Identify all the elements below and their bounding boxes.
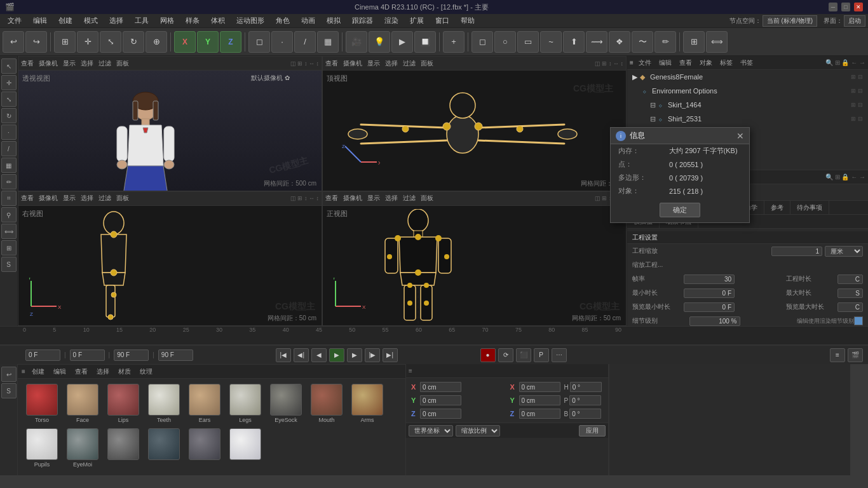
coord-z-input[interactable] bbox=[420, 409, 461, 419]
coord-b-input[interactable] bbox=[569, 409, 601, 419]
viewport-right[interactable]: 查看 摄像机 显示 选择 过滤 面板 ◫ ⊞ ↕ ↔ ↕ CG模型主 右视图 bbox=[18, 191, 322, 327]
lt-points[interactable]: · bbox=[1, 125, 17, 140]
preview-btn[interactable]: ⬛ bbox=[516, 348, 531, 362]
menu-help[interactable]: 帮助 bbox=[456, 15, 480, 27]
viewport-top[interactable]: 查看 摄像机 显示 选择 过滤 面板 ◫ ⊞ ↕ ↔ ↕ CG模型主 顶视图 bbox=[322, 56, 627, 191]
axis-y-button[interactable]: Y bbox=[197, 31, 219, 53]
vp1-menu-display[interactable]: 显示 bbox=[63, 59, 76, 68]
menu-spline[interactable]: 样条 bbox=[180, 15, 205, 27]
menu-mesh[interactable]: 网格 bbox=[155, 15, 179, 27]
end-frame-input[interactable] bbox=[114, 349, 149, 361]
cube-button[interactable]: ◻ bbox=[471, 31, 493, 53]
scene-edit-btn[interactable]: 编辑 bbox=[656, 58, 674, 67]
prev-key-btn[interactable]: ◀| bbox=[294, 348, 309, 362]
proj-scale-unit[interactable]: 厘米 bbox=[825, 246, 863, 257]
prev-max-input[interactable] bbox=[837, 302, 863, 312]
min-len-input[interactable] bbox=[684, 288, 735, 298]
menu-tracker[interactable]: 跟踪器 bbox=[347, 15, 378, 27]
record-btn[interactable]: ● bbox=[480, 348, 496, 362]
scene-tag-btn[interactable]: 标签 bbox=[717, 58, 735, 67]
menu-animate[interactable]: 动画 bbox=[296, 15, 320, 27]
vp3-menu-select[interactable]: 选择 bbox=[81, 194, 93, 203]
poly-mode-button[interactable]: ▦ bbox=[317, 31, 339, 53]
symmetry-button[interactable]: ⟺ bbox=[706, 31, 728, 53]
keyframe-btn[interactable]: 🎬 bbox=[848, 348, 863, 362]
transform-button[interactable]: ⊕ bbox=[146, 31, 167, 53]
coord-h-input[interactable] bbox=[570, 382, 602, 392]
coord-y-input[interactable] bbox=[420, 395, 461, 405]
viewport-front[interactable]: 查看 摄像机 显示 选择 过滤 面板 ◫ ⊞ ↕ ↔ ↕ CG模型主 正视图 bbox=[322, 191, 627, 327]
menu-extend[interactable]: 扩展 bbox=[405, 15, 429, 27]
step-back-btn[interactable]: ◀ bbox=[311, 348, 327, 362]
lod-checkbox[interactable] bbox=[854, 316, 863, 325]
mat-mat-btn[interactable]: 材质 bbox=[116, 367, 133, 376]
point-mode-button[interactable]: · bbox=[271, 31, 293, 53]
extrude-button[interactable]: ⬆ bbox=[563, 31, 585, 53]
coord-x-input[interactable] bbox=[420, 382, 461, 392]
hair-button[interactable]: 〜 bbox=[632, 31, 653, 53]
snap-button[interactable]: ⊞ bbox=[683, 31, 705, 53]
vp4-menu-select[interactable]: 选择 bbox=[385, 194, 398, 203]
mat-item-14[interactable] bbox=[226, 428, 264, 470]
lb-btn2[interactable]: S bbox=[1, 383, 17, 398]
vp2-menu-display[interactable]: 显示 bbox=[367, 59, 380, 68]
menu-simulate[interactable]: 模拟 bbox=[322, 15, 346, 27]
undo-button[interactable]: ↩ bbox=[3, 31, 24, 53]
interface-dropdown[interactable]: 启动 bbox=[844, 15, 865, 27]
proj-scale-input[interactable] bbox=[771, 247, 822, 256]
fps-input[interactable] bbox=[684, 274, 735, 284]
axis-x-button[interactable]: X bbox=[174, 31, 196, 53]
menu-create[interactable]: 创建 bbox=[53, 15, 78, 27]
menu-edit[interactable]: 编辑 bbox=[28, 15, 52, 27]
coord-x2-input[interactable] bbox=[519, 382, 560, 392]
node-space-dropdown[interactable]: 当前 (标准/物理) bbox=[763, 15, 817, 27]
coord-p-input[interactable] bbox=[569, 395, 601, 405]
vp4-menu-view[interactable]: 查看 bbox=[325, 194, 338, 203]
mat-tex-btn[interactable]: 纹理 bbox=[137, 367, 155, 376]
edge-mode-button[interactable]: / bbox=[294, 31, 316, 53]
render-preview-button[interactable]: ▶ bbox=[391, 31, 413, 53]
maximize-button[interactable]: □ bbox=[841, 3, 850, 11]
mat-view-btn[interactable]: 查看 bbox=[72, 367, 90, 376]
mat-item-Pupils[interactable]: Pupils bbox=[23, 428, 61, 470]
lt-brush[interactable]: ✏ bbox=[1, 174, 17, 189]
plane-button[interactable]: ▭ bbox=[517, 31, 539, 53]
play-btn[interactable]: ▶ bbox=[329, 348, 344, 362]
menu-tools[interactable]: 工具 bbox=[130, 15, 154, 27]
spline-button[interactable]: ~ bbox=[540, 31, 562, 53]
menu-volume[interactable]: 体积 bbox=[206, 15, 230, 27]
render-button[interactable]: 🔲 bbox=[414, 31, 436, 53]
mat-item-Arms[interactable]: Arms bbox=[348, 384, 386, 426]
menu-file[interactable]: 文件 bbox=[3, 15, 27, 27]
redo-button[interactable]: ↪ bbox=[25, 31, 47, 53]
coord-y2-input[interactable] bbox=[519, 395, 560, 405]
mat-item-Teeth[interactable]: Teeth bbox=[145, 384, 183, 426]
layers-btn[interactable]: ≡ bbox=[830, 348, 845, 362]
mat-item-Mouth[interactable]: Mouth bbox=[308, 384, 346, 426]
coord-z2-input[interactable] bbox=[519, 409, 560, 419]
vp2-menu-panel[interactable]: 面板 bbox=[421, 59, 433, 68]
mat-item-12[interactable] bbox=[145, 428, 183, 470]
add-button[interactable]: + bbox=[443, 31, 465, 53]
axis-z-button[interactable]: Z bbox=[220, 31, 241, 53]
vp2-menu-view[interactable]: 查看 bbox=[325, 59, 338, 68]
scene-item-shirt[interactable]: ⊟ ⬦ Shirt_2531 ⊞ ⊟ bbox=[627, 112, 868, 126]
rotate-button[interactable]: ↻ bbox=[123, 31, 144, 53]
deform-button[interactable]: ⟿ bbox=[586, 31, 607, 53]
lt-edges[interactable]: / bbox=[1, 141, 17, 156]
lt-snap[interactable]: S bbox=[1, 257, 17, 272]
vp3-menu-camera[interactable]: 摄像机 bbox=[39, 194, 58, 203]
scene-item-genesis[interactable]: ▶ ◆ Genesis8Female ⊞ ⊟ bbox=[627, 70, 868, 84]
vp4-menu-camera[interactable]: 摄像机 bbox=[343, 194, 362, 203]
vp1-menu-select[interactable]: 选择 bbox=[81, 59, 93, 68]
dots-btn[interactable]: ⋯ bbox=[552, 348, 567, 362]
prev-min-input[interactable] bbox=[684, 302, 735, 312]
pose-btn[interactable]: P bbox=[534, 348, 549, 362]
current-frame-input[interactable] bbox=[25, 349, 60, 361]
object-mode-button[interactable]: ◻ bbox=[248, 31, 270, 53]
scene-object-btn[interactable]: 对象 bbox=[697, 58, 715, 67]
mat-edit-btn[interactable]: 编辑 bbox=[51, 367, 69, 376]
menu-mograph[interactable]: 运动图形 bbox=[231, 15, 269, 27]
lt-rotate[interactable]: ↻ bbox=[1, 108, 17, 123]
vp3-menu-filter[interactable]: 过滤 bbox=[98, 194, 111, 203]
